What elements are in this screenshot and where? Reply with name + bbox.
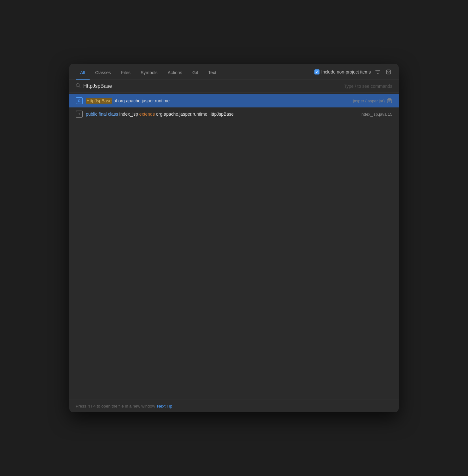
next-tip-button[interactable]: Next Tip [157, 404, 172, 408]
tab-actions[interactable]: Actions [163, 68, 187, 80]
extends-class: org.apache.jasper.runtime.HttpJspBase [156, 112, 234, 117]
keyword-extends: extends [138, 112, 156, 117]
tab-git[interactable]: Git [188, 68, 203, 80]
include-non-project-checkbox[interactable] [314, 69, 319, 74]
footer-tip-text: Press ⇧F4 to open the file in a new wind… [76, 404, 155, 408]
tab-all[interactable]: All [76, 68, 90, 80]
search-bar: Type / to see commands [69, 80, 399, 93]
tabs-right: Include non-project items [314, 68, 392, 79]
results-list: C HttpJspBase of org.apache.jasper.runti… [69, 93, 399, 400]
tabs-bar: All Classes Files Symbols Actions Git Te… [69, 64, 399, 80]
result-content: public final class index_jsp extends org… [86, 112, 357, 117]
result-rest: of org.apache.jasper.runtime [112, 98, 169, 103]
footer: Press ⇧F4 to open the file in a new wind… [69, 400, 399, 412]
class-name: index_jsp [119, 112, 138, 117]
type-icon: T [76, 111, 83, 118]
result-item[interactable]: T public final class index_jsp extends o… [69, 107, 399, 121]
filter-icon[interactable] [374, 68, 382, 76]
class-icon: C [76, 97, 83, 104]
tab-files[interactable]: Files [117, 68, 135, 80]
file-label: index_jsp.java 15 [361, 112, 392, 117]
result-right: index_jsp.java 15 [361, 112, 392, 117]
tab-classes[interactable]: Classes [91, 68, 116, 80]
search-icon [76, 83, 81, 89]
search-dialog: All Classes Files Symbols Actions Git Te… [69, 64, 399, 412]
result-content: HttpJspBase of org.apache.jasper.runtime [86, 98, 350, 104]
expand-icon[interactable] [385, 68, 392, 76]
match-text: HttpJspBase [86, 98, 112, 104]
tab-symbols[interactable]: Symbols [136, 68, 162, 80]
jar-icon [387, 98, 392, 104]
result-right: jasper (jasper.jar) [353, 98, 392, 104]
include-non-project-label[interactable]: Include non-project items [314, 69, 371, 74]
result-item[interactable]: C HttpJspBase of org.apache.jasper.runti… [69, 94, 399, 107]
jar-label: jasper (jasper.jar) [353, 99, 385, 103]
include-non-project-text: Include non-project items [321, 69, 371, 74]
keyword-public: public final class [86, 112, 119, 117]
tab-text[interactable]: Text [204, 68, 221, 80]
search-input[interactable] [83, 83, 341, 89]
search-hint: Type / to see commands [344, 84, 392, 89]
